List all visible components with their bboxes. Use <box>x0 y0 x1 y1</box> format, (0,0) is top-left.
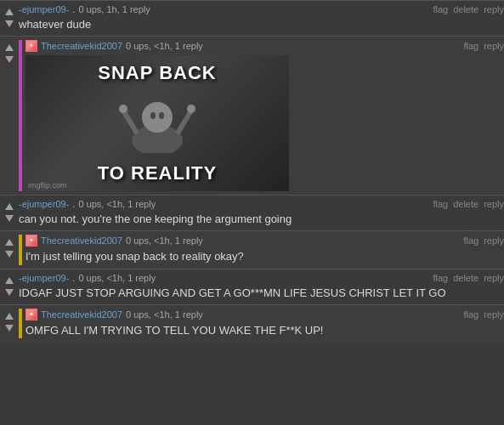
comment-6: ✦ Thecreativekid2007 0 ups, <1h, 1 reply… <box>0 304 504 342</box>
downvote-4[interactable] <box>3 248 16 260</box>
reply-6[interactable]: reply <box>484 309 504 320</box>
meta-2: 0 ups, <1h, 1 reply <box>126 41 203 51</box>
upvote-3[interactable] <box>3 201 16 212</box>
comment-1: -ejumper09-. 0 ups, 1h, 1 reply flag del… <box>0 0 504 36</box>
username-6: Thecreativekid2007 <box>41 309 122 320</box>
svg-line-4 <box>123 110 136 132</box>
svg-point-7 <box>187 105 195 113</box>
meta-1: 0 ups, 1h, 1 reply <box>78 4 150 14</box>
vote-col-5 <box>0 273 19 301</box>
delete-1[interactable]: delete <box>453 4 479 14</box>
comment-content-2: ✦ Thecreativekid2007 0 ups, <1h, 1 reply… <box>25 40 504 191</box>
comment-4: ✦ Thecreativekid2007 0 ups, <1h, 1 reply… <box>0 230 504 268</box>
downvote-5[interactable] <box>3 286 16 298</box>
comment-content-3: -ejumper09-. 0 ups, <1h, 1 reply flag de… <box>19 199 504 227</box>
snap-text-bottom: TO REALITY <box>98 162 217 184</box>
comment-3: -ejumper09-. 0 ups, <1h, 1 reply flag de… <box>0 195 504 230</box>
reply-2[interactable]: reply <box>484 41 504 51</box>
username-1: -ejumper09- <box>19 4 69 14</box>
comment-content-5: -ejumper09-. 0 ups, <1h, 1 reply flag de… <box>19 273 504 301</box>
flag-5[interactable]: flag <box>433 273 448 283</box>
comment-header-6: ✦ Thecreativekid2007 0 ups, <1h, 1 reply… <box>25 309 504 320</box>
imgflip-watermark: imgflip.com <box>28 181 67 190</box>
vote-col-2 <box>0 40 19 191</box>
downvote-2[interactable] <box>3 54 16 65</box>
reply-3[interactable]: reply <box>484 199 504 209</box>
comment-text-6: OMFG ALL I'M TRYING TO TELL YOU WAKE THE… <box>25 323 504 338</box>
username-2: Thecreativekid2007 <box>41 41 122 51</box>
vote-col-3 <box>0 199 19 227</box>
indent-bar-6 <box>19 309 22 338</box>
vote-col-6 <box>0 309 19 338</box>
comment-text-1: whatever dude <box>19 17 504 32</box>
flag-4[interactable]: flag <box>463 235 479 246</box>
delete-3[interactable]: delete <box>453 199 479 209</box>
user-icon-2: ✦ <box>25 40 37 52</box>
meta-4: 0 ups, <1h, 1 reply <box>126 235 203 246</box>
username-4: Thecreativekid2007 <box>41 235 122 246</box>
flag-2[interactable]: flag <box>463 41 479 51</box>
vote-col-1 <box>0 4 19 32</box>
svg-line-5 <box>178 110 191 132</box>
username-3: -ejumper09- <box>19 199 69 209</box>
upvote-1[interactable] <box>3 6 16 18</box>
svg-point-6 <box>119 105 127 113</box>
reply-4[interactable]: reply <box>484 235 504 246</box>
svg-point-1 <box>142 102 173 133</box>
downvote-3[interactable] <box>3 212 16 224</box>
comment-content-4: ✦ Thecreativekid2007 0 ups, <1h, 1 reply… <box>25 235 504 264</box>
comment-header-2: ✦ Thecreativekid2007 0 ups, <1h, 1 reply… <box>25 40 504 52</box>
meta-6: 0 ups, <1h, 1 reply <box>126 309 203 320</box>
user-icon-4: ✦ <box>25 235 37 246</box>
meta-3: 0 ups, <1h, 1 reply <box>78 199 156 209</box>
comment-content-1: -ejumper09-. 0 ups, 1h, 1 reply flag del… <box>19 4 504 32</box>
upvote-2[interactable] <box>3 42 16 54</box>
comment-header-3: -ejumper09-. 0 ups, <1h, 1 reply flag de… <box>19 199 504 209</box>
person-silhouette <box>115 89 200 157</box>
actions-1: flag delete reply <box>433 4 504 14</box>
comment-header-4: ✦ Thecreativekid2007 0 ups, <1h, 1 reply… <box>25 235 504 246</box>
svg-point-2 <box>150 112 156 119</box>
comment-header-1: -ejumper09-. 0 ups, 1h, 1 reply flag del… <box>19 4 504 14</box>
comment-2: ✦ Thecreativekid2007 0 ups, <1h, 1 reply… <box>0 36 504 195</box>
snap-text-top: SNAP BACK <box>98 62 216 84</box>
indent-bar-4 <box>19 235 22 264</box>
meta-5: 0 ups, <1h, 1 reply <box>78 273 156 283</box>
flag-6[interactable]: flag <box>463 309 479 320</box>
username-5: -ejumper09- <box>19 273 69 283</box>
snap-image: SNAP BACK <box>25 55 289 191</box>
comment-text-3: can you not. you're the one keeping the … <box>19 212 504 227</box>
user-icon-6: ✦ <box>25 309 37 320</box>
comment-header-5: -ejumper09-. 0 ups, <1h, 1 reply flag de… <box>19 273 504 283</box>
reply-5[interactable]: reply <box>484 273 504 283</box>
actions-5: flag delete reply <box>433 273 504 283</box>
upvote-4[interactable] <box>3 236 16 248</box>
actions-3: flag delete reply <box>433 199 504 209</box>
comment-5: -ejumper09-. 0 ups, <1h, 1 reply flag de… <box>0 269 504 304</box>
actions-2: flag reply <box>463 41 504 51</box>
reply-1[interactable]: reply <box>484 4 504 14</box>
flag-1[interactable]: flag <box>433 4 448 14</box>
vote-col-4 <box>0 235 19 264</box>
indent-bar-2 <box>19 40 22 191</box>
actions-4: flag reply <box>463 235 504 246</box>
comment-text-5: IDGAF JUST STOP ARGUING AND GET A GO***M… <box>19 286 504 301</box>
person-svg <box>119 94 195 153</box>
comment-content-6: ✦ Thecreativekid2007 0 ups, <1h, 1 reply… <box>25 309 504 338</box>
delete-5[interactable]: delete <box>453 273 479 283</box>
flag-3[interactable]: flag <box>433 199 448 209</box>
upvote-6[interactable] <box>3 310 16 322</box>
upvote-5[interactable] <box>3 275 16 286</box>
actions-6: flag reply <box>463 309 504 320</box>
comment-text-4: I'm just telling you snap back to realit… <box>25 249 504 264</box>
downvote-6[interactable] <box>3 322 16 334</box>
downvote-1[interactable] <box>3 18 16 30</box>
svg-point-3 <box>159 112 164 119</box>
